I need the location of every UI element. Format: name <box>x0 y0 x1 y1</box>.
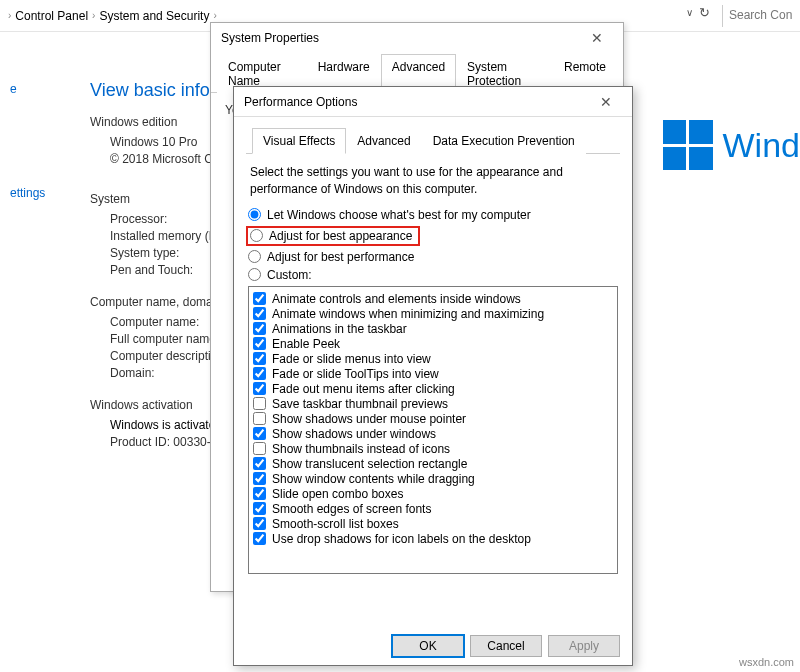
chevron-right-icon: › <box>92 10 95 21</box>
checklist-item[interactable]: Fade out menu items after clicking <box>253 382 613 396</box>
close-icon[interactable]: ✕ <box>581 26 613 50</box>
checkbox-label: Fade or slide ToolTips into view <box>272 367 439 381</box>
radio-input[interactable] <box>248 250 261 263</box>
radio-label: Adjust for best appearance <box>269 229 412 243</box>
checkbox-label: Smooth-scroll list boxes <box>272 517 399 531</box>
checkbox-label: Use drop shadows for icon labels on the … <box>272 532 531 546</box>
checkbox-input[interactable] <box>253 427 266 440</box>
tab-advanced[interactable]: Advanced <box>346 128 421 154</box>
checkbox-label: Show thumbnails instead of icons <box>272 442 450 456</box>
checkbox-input[interactable] <box>253 397 266 410</box>
checklist-item[interactable]: Animate controls and elements inside win… <box>253 292 613 306</box>
left-nav: e ettings <box>0 50 90 204</box>
checkbox-input[interactable] <box>253 367 266 380</box>
highlighted-option: Adjust for best appearance <box>246 226 420 246</box>
checklist-item[interactable]: Fade or slide ToolTips into view <box>253 367 613 381</box>
checkbox-input[interactable] <box>253 517 266 530</box>
breadcrumb-control-panel[interactable]: Control Panel <box>15 9 88 23</box>
search-input[interactable]: Search Con <box>722 5 800 27</box>
sysprops-title: System Properties <box>221 31 319 45</box>
chevron-right-icon: › <box>8 10 11 21</box>
breadcrumb-system-security[interactable]: System and Security <box>99 9 209 23</box>
left-nav-truncated[interactable]: e <box>10 82 80 96</box>
radio-best-performance[interactable]: Adjust for best performance <box>248 250 618 264</box>
checkbox-input[interactable] <box>253 322 266 335</box>
perf-title: Performance Options <box>244 95 357 109</box>
windows-brand-text: Wind <box>723 126 800 165</box>
radio-label: Custom: <box>267 268 312 282</box>
checkbox-input[interactable] <box>253 307 266 320</box>
checkbox-input[interactable] <box>253 352 266 365</box>
visual-effects-checklist[interactable]: Animate controls and elements inside win… <box>248 286 618 574</box>
checklist-item[interactable]: Save taskbar thumbnail previews <box>253 397 613 411</box>
checklist-item[interactable]: Show translucent selection rectangle <box>253 457 613 471</box>
cancel-button[interactable]: Cancel <box>470 635 542 657</box>
checklist-item[interactable]: Show shadows under windows <box>253 427 613 441</box>
checkbox-label: Save taskbar thumbnail previews <box>272 397 448 411</box>
checklist-item[interactable]: Smooth edges of screen fonts <box>253 502 613 516</box>
radio-let-windows-choose[interactable]: Let Windows choose what's best for my co… <box>248 208 618 222</box>
checklist-item[interactable]: Fade or slide menus into view <box>253 352 613 366</box>
checkbox-input[interactable] <box>253 532 266 545</box>
checklist-item[interactable]: Animate windows when minimizing and maxi… <box>253 307 613 321</box>
checklist-item[interactable]: Use drop shadows for icon labels on the … <box>253 532 613 546</box>
radio-input[interactable] <box>248 268 261 281</box>
checkbox-label: Smooth edges of screen fonts <box>272 502 431 516</box>
dialog-buttons: OK Cancel Apply <box>392 635 620 657</box>
radio-input[interactable] <box>250 229 263 242</box>
checklist-item[interactable]: Slide open combo boxes <box>253 487 613 501</box>
performance-options-dialog: Performance Options ✕ Visual Effects Adv… <box>233 86 633 666</box>
checklist-item[interactable]: Enable Peek <box>253 337 613 351</box>
checkbox-label: Animations in the taskbar <box>272 322 407 336</box>
perf-tabs: Visual Effects Advanced Data Execution P… <box>246 127 620 154</box>
checkbox-input[interactable] <box>253 337 266 350</box>
radio-label: Adjust for best performance <box>267 250 414 264</box>
checkbox-label: Slide open combo boxes <box>272 487 403 501</box>
checkbox-label: Show translucent selection rectangle <box>272 457 467 471</box>
ok-button[interactable]: OK <box>392 635 464 657</box>
radio-best-appearance[interactable]: Adjust for best appearance <box>250 229 412 243</box>
sysprops-titlebar[interactable]: System Properties ✕ <box>211 23 623 53</box>
radio-input[interactable] <box>248 208 261 221</box>
refresh-icon[interactable]: ↻ <box>699 5 710 20</box>
watermark: wsxdn.com <box>739 656 794 668</box>
radio-custom[interactable]: Custom: <box>248 268 618 282</box>
checkbox-input[interactable] <box>253 487 266 500</box>
checkbox-input[interactable] <box>253 457 266 470</box>
checkbox-label: Fade out menu items after clicking <box>272 382 455 396</box>
checkbox-input[interactable] <box>253 442 266 455</box>
windows-logo: Wind <box>663 120 800 170</box>
checklist-item[interactable]: Show shadows under mouse pointer <box>253 412 613 426</box>
checkbox-input[interactable] <box>253 292 266 305</box>
chevron-right-icon: › <box>213 10 216 21</box>
perf-titlebar[interactable]: Performance Options ✕ <box>234 87 632 117</box>
checkbox-input[interactable] <box>253 412 266 425</box>
close-icon[interactable]: ✕ <box>590 90 622 114</box>
checklist-item[interactable]: Show window contents while dragging <box>253 472 613 486</box>
checkbox-label: Show shadows under windows <box>272 427 436 441</box>
perf-description: Select the settings you want to use for … <box>250 164 616 198</box>
tab-visual-effects[interactable]: Visual Effects <box>252 128 346 154</box>
checkbox-label: Animate controls and elements inside win… <box>272 292 521 306</box>
checkbox-label: Fade or slide menus into view <box>272 352 431 366</box>
checklist-item[interactable]: Smooth-scroll list boxes <box>253 517 613 531</box>
checkbox-label: Show shadows under mouse pointer <box>272 412 466 426</box>
checkbox-label: Enable Peek <box>272 337 340 351</box>
checkbox-label: Animate windows when minimizing and maxi… <box>272 307 544 321</box>
checkbox-input[interactable] <box>253 382 266 395</box>
apply-button[interactable]: Apply <box>548 635 620 657</box>
checkbox-label: Show window contents while dragging <box>272 472 475 486</box>
checkbox-input[interactable] <box>253 472 266 485</box>
tab-dep[interactable]: Data Execution Prevention <box>422 128 586 154</box>
checklist-item[interactable]: Show thumbnails instead of icons <box>253 442 613 456</box>
dropdown-icon[interactable]: ∨ <box>686 7 693 18</box>
address-controls: ∨ ↻ <box>686 5 710 20</box>
left-nav-settings[interactable]: ettings <box>10 186 80 200</box>
radio-label: Let Windows choose what's best for my co… <box>267 208 531 222</box>
checkbox-input[interactable] <box>253 502 266 515</box>
windows-icon <box>663 120 713 170</box>
checklist-item[interactable]: Animations in the taskbar <box>253 322 613 336</box>
